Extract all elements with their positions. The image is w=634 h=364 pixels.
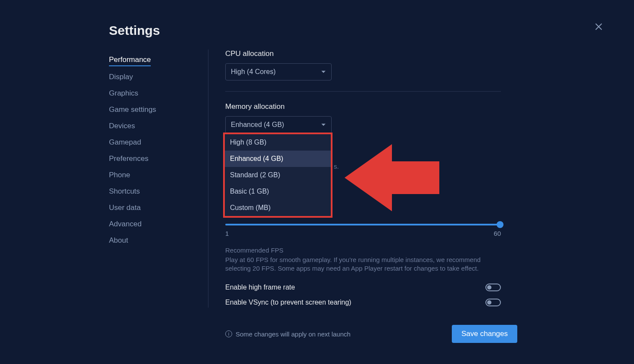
fps-slider-max: 60 [494, 230, 501, 237]
memory-option-enhanced[interactable]: Enhanced (4 GB) [225, 151, 331, 167]
fps-slider-min: 1 [225, 230, 229, 237]
caret-down-icon [321, 69, 326, 74]
vsync-row: Enable VSync (to prevent screen tearing) [225, 299, 501, 306]
fps-slider-section: 1 60 [225, 224, 501, 237]
memory-option-basic[interactable]: Basic (1 GB) [225, 183, 331, 200]
sidebar-item-gamepad[interactable]: Gamepad [109, 134, 195, 151]
page-title: Settings [109, 23, 160, 38]
memory-dropdown-panel: High (8 GB) Enhanced (4 GB) Standard (2 … [223, 133, 333, 218]
sidebar-item-about[interactable]: About [109, 232, 195, 249]
memory-label: Memory allocation [225, 102, 501, 111]
high-frame-rate-toggle[interactable] [485, 284, 501, 291]
sidebar-item-preferences[interactable]: Preferences [109, 151, 195, 167]
fps-recommendation: Recommended FPS Play at 60 FPS for smoot… [225, 247, 501, 273]
close-button[interactable] [594, 22, 604, 32]
cpu-section: CPU allocation High (4 Cores) [225, 49, 501, 80]
memory-section: Memory allocation Enhanced (4 GB) [225, 102, 501, 133]
sidebar-item-devices[interactable]: Devices [109, 118, 195, 134]
info-icon: i [225, 330, 232, 337]
vertical-divider [208, 49, 208, 308]
memory-select[interactable]: Enhanced (4 GB) [225, 116, 332, 133]
sidebar-item-advanced[interactable]: Advanced [109, 216, 195, 232]
footer-note-text: Some changes will apply on next launch [236, 330, 351, 338]
memory-select-value: Enhanced (4 GB) [231, 121, 284, 129]
settings-modal: Settings Performance Display Graphics Ga… [0, 0, 634, 364]
memory-option-standard[interactable]: Standard (2 GB) [225, 167, 331, 183]
sidebar: Performance Display Graphics Game settin… [109, 52, 195, 249]
footer: i Some changes will apply on next launch… [225, 325, 517, 343]
fps-recommendation-text: Play at 60 FPS for smooth gameplay. If y… [225, 256, 501, 273]
memory-option-high[interactable]: High (8 GB) [225, 134, 331, 151]
cpu-label: CPU allocation [225, 49, 501, 58]
fps-slider-thumb[interactable] [497, 221, 503, 228]
save-button[interactable]: Save changes [452, 325, 517, 343]
sidebar-item-display[interactable]: Display [109, 69, 195, 85]
cpu-select[interactable]: High (4 Cores) [225, 63, 332, 80]
partial-hidden-text: s. [334, 163, 339, 170]
toggle-knob [487, 300, 491, 305]
fps-recommendation-title: Recommended FPS [225, 247, 501, 254]
caret-down-icon [321, 122, 326, 127]
vsync-label: Enable VSync (to prevent screen tearing) [225, 299, 351, 306]
high-frame-rate-label: Enable high frame rate [225, 284, 295, 291]
cpu-select-value: High (4 Cores) [231, 68, 276, 76]
sidebar-item-game-settings[interactable]: Game settings [109, 102, 195, 118]
sidebar-item-shortcuts[interactable]: Shortcuts [109, 183, 195, 200]
close-icon [594, 22, 604, 32]
sidebar-item-performance[interactable]: Performance [109, 52, 151, 66]
fps-slider[interactable] [225, 224, 501, 225]
high-frame-rate-row: Enable high frame rate [225, 284, 501, 291]
toggle-knob [487, 285, 491, 290]
divider [225, 91, 501, 92]
arrow-left-icon [345, 144, 439, 213]
sidebar-item-user-data[interactable]: User data [109, 200, 195, 216]
fps-slider-labels: 1 60 [225, 230, 501, 237]
sidebar-item-phone[interactable]: Phone [109, 167, 195, 183]
callout-arrow [345, 144, 439, 215]
memory-option-custom[interactable]: Custom (MB) [225, 200, 331, 216]
vsync-toggle[interactable] [485, 299, 501, 306]
footer-note: i Some changes will apply on next launch [225, 330, 351, 338]
sidebar-item-graphics[interactable]: Graphics [109, 85, 195, 102]
content-panel: CPU allocation High (4 Cores) Memory all… [225, 49, 501, 133]
